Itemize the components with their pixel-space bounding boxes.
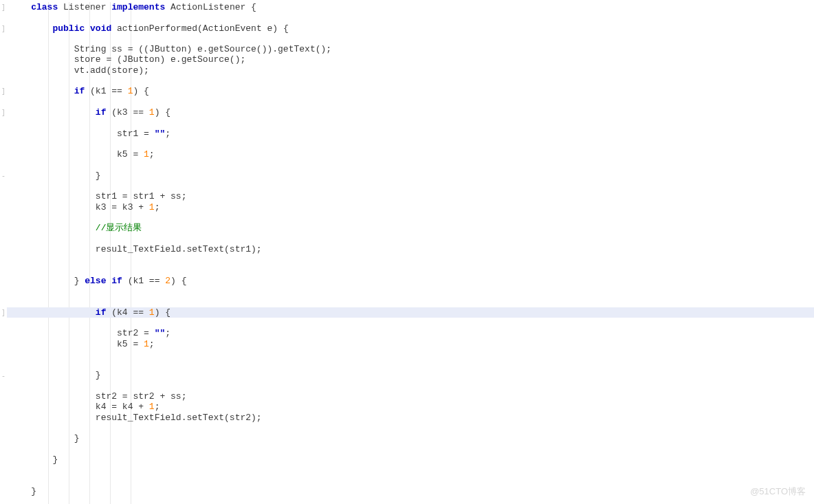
code-line[interactable]: k5 = 1; — [7, 339, 814, 349]
token-str: "" — [155, 328, 166, 338]
token-pl: k4 = k4 + — [96, 402, 149, 412]
code-line[interactable]: str1 = str1 + ss; — [7, 191, 814, 201]
code-line[interactable]: //显示结果 — [7, 223, 814, 233]
code-line[interactable]: str2 = str2 + ss; — [7, 391, 814, 402]
code-line[interactable]: } else if (k1 == 2) { — [7, 276, 814, 286]
code-line[interactable] — [7, 76, 814, 86]
token-kw: else if — [85, 276, 127, 286]
code-line[interactable]: store = (JButton) e.getSource(); — [7, 54, 814, 65]
code-line[interactable] — [7, 12, 814, 23]
code-line[interactable]: if (k4 == 1) { — [7, 307, 814, 318]
code-line[interactable]: str2 = ""; — [7, 328, 814, 338]
code-line[interactable]: k4 = k4 + 1; — [7, 402, 814, 412]
token-pl: result_TextField.setText(str1); — [96, 244, 262, 254]
code-line[interactable] — [7, 160, 814, 170]
fold-mark[interactable]: ] — [1, 86, 6, 98]
token-cm: //显示结果 — [96, 223, 142, 233]
fold-mark[interactable]: ] — [1, 2, 6, 14]
code-line[interactable] — [7, 34, 814, 44]
token-num: 1 — [144, 149, 149, 160]
token-kw: if — [96, 307, 111, 318]
token-pl: ; — [165, 328, 170, 338]
code-line[interactable] — [7, 254, 814, 265]
token-pl: vt.add(store); — [74, 65, 149, 76]
token-pl: (k1 == — [128, 276, 166, 286]
token-pl: } — [74, 433, 80, 443]
token-pl: ; — [165, 129, 170, 139]
code-line[interactable]: str1 = ""; — [7, 129, 814, 139]
token-pl: ; — [149, 339, 155, 349]
token-kw: class — [31, 2, 63, 12]
fold-mark[interactable]: - — [1, 171, 6, 182]
code-line[interactable] — [7, 234, 814, 244]
code-line[interactable] — [7, 360, 814, 370]
fold-mark[interactable]: - — [1, 371, 6, 382]
code-line[interactable]: } — [7, 171, 814, 181]
token-num: 1 — [149, 307, 155, 318]
token-pl: ; — [155, 202, 160, 212]
token-pl: ) { — [170, 276, 186, 286]
fold-mark[interactable]: ] — [1, 307, 6, 319]
token-num: 2 — [165, 276, 170, 286]
code-line[interactable] — [7, 381, 814, 391]
token-pl: result_TextField.setText(str2); — [96, 413, 262, 423]
token-pl: str1 = str1 + ss; — [96, 191, 187, 201]
code-line[interactable]: } — [7, 486, 814, 496]
token-pl: k5 = — [117, 149, 144, 160]
token-pl: (k1 == — [90, 86, 128, 96]
code-line[interactable]: if (k1 == 1) { — [7, 86, 814, 96]
watermark: @51CTO博客 — [750, 485, 806, 497]
token-pl: } — [52, 454, 58, 465]
code-line[interactable]: class Listener implements ActionListener… — [7, 2, 814, 12]
token-pl: ActionListener { — [170, 2, 256, 12]
token-pl: ) { — [133, 86, 148, 96]
code-line[interactable]: vt.add(store); — [7, 65, 814, 76]
code-line[interactable]: } — [7, 454, 814, 465]
code-line[interactable] — [7, 212, 814, 223]
code-line[interactable]: k5 = 1; — [7, 149, 814, 160]
code-area[interactable]: class Listener implements ActionListener… — [7, 0, 814, 496]
token-num: 1 — [149, 402, 155, 412]
code-line[interactable] — [7, 475, 814, 485]
fold-mark[interactable]: ] — [1, 23, 6, 35]
token-pl: ) { — [155, 107, 170, 118]
code-line[interactable] — [7, 118, 814, 128]
token-pl: String ss = ((JButton) e.getSource()).ge… — [74, 44, 331, 54]
code-line[interactable] — [7, 296, 814, 307]
token-pl: } — [96, 171, 101, 181]
fold-mark[interactable]: ] — [1, 107, 6, 119]
token-pl: str2 = str2 + ss; — [96, 391, 187, 402]
token-pl: str2 = — [117, 328, 155, 338]
code-line[interactable] — [7, 318, 814, 328]
token-kw: if — [74, 86, 90, 96]
token-pl: store = (JButton) e.getSource(); — [74, 54, 246, 65]
code-editor: ]]]]-]- class Listener implements Action… — [0, 0, 814, 504]
token-pl: str1 = — [117, 129, 155, 139]
code-line[interactable]: } — [7, 433, 814, 443]
token-num: 1 — [149, 202, 155, 212]
code-line[interactable] — [7, 423, 814, 433]
code-line[interactable]: if (k3 == 1) { — [7, 107, 814, 118]
token-pl: (k4 == — [111, 307, 149, 318]
code-line[interactable] — [7, 465, 814, 475]
code-line[interactable]: result_TextField.setText(str1); — [7, 244, 814, 254]
code-line[interactable] — [7, 443, 814, 454]
code-line[interactable] — [7, 181, 814, 191]
code-line[interactable]: } — [7, 370, 814, 380]
code-line[interactable]: result_TextField.setText(str2); — [7, 413, 814, 423]
token-kw: public void — [52, 23, 117, 34]
code-line[interactable] — [7, 97, 814, 107]
code-line[interactable] — [7, 265, 814, 275]
code-line[interactable]: String ss = ((JButton) e.getSource()).ge… — [7, 44, 814, 54]
code-line[interactable] — [7, 139, 814, 149]
code-line[interactable]: public void actionPerformed(ActionEvent … — [7, 23, 814, 34]
code-line[interactable] — [7, 286, 814, 296]
code-line[interactable]: k3 = k3 + 1; — [7, 202, 814, 212]
token-pl: } — [74, 276, 85, 286]
code-line[interactable] — [7, 349, 814, 360]
token-pl: } — [96, 370, 101, 380]
token-pl: k5 = — [117, 339, 144, 349]
token-str: "" — [155, 129, 166, 139]
token-num: 1 — [149, 107, 155, 118]
token-kw2: implements — [111, 2, 170, 12]
